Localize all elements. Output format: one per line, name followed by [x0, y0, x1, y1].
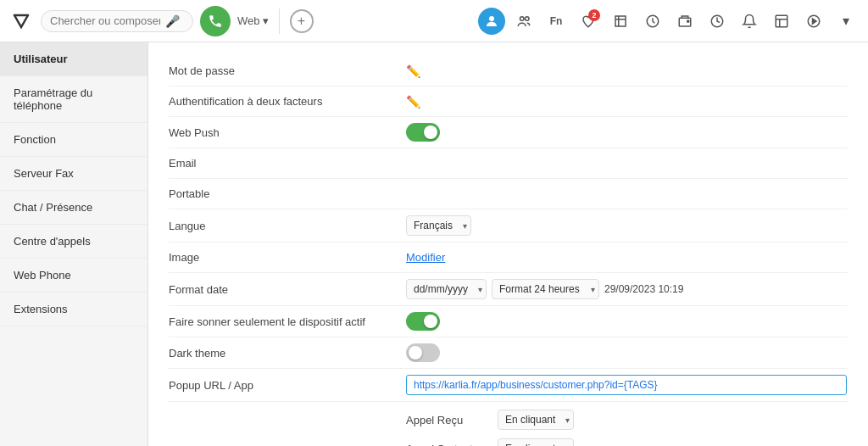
row-format-date: Format date dd/mm/yyyy ▾ Format 24 heure… [169, 273, 848, 306]
label-popup-url: Popup URL / App [169, 379, 406, 392]
topbar-icons: Fn 2 ▾ [478, 8, 860, 35]
fax-icon[interactable] [671, 8, 698, 35]
appel-recu-row: Appel Reçu En cliquant ▾ [406, 405, 848, 434]
bell-icon[interactable] [736, 8, 763, 35]
label-dark-theme: Dark theme [169, 347, 406, 360]
content-area: Mot de passe ✏️ Authentification à deux … [148, 42, 868, 446]
appel-recu-select-wrap: En cliquant ▾ [498, 410, 574, 430]
profile-icon[interactable] [478, 8, 505, 35]
notification-badge: 2 [588, 9, 600, 21]
call-button[interactable] [200, 6, 231, 36]
divider [279, 8, 280, 34]
svg-point-0 [489, 16, 494, 21]
appel-sortant-label: Appel Sortant [406, 443, 491, 447]
label-portable: Portable [169, 187, 406, 200]
book-icon[interactable] [607, 8, 634, 35]
date-format-select[interactable]: dd/mm/yyyy [406, 279, 487, 299]
layout-icon[interactable] [768, 8, 795, 35]
row-web-push: Web Push [169, 117, 848, 148]
appel-sortant-select-wrap: En cliquant ▾ [498, 438, 574, 446]
sidebar-item-parametrage[interactable]: Paramétrage du téléphone [0, 76, 147, 123]
team-icon[interactable] [510, 8, 537, 35]
edit-auth-icon[interactable]: ✏️ [406, 95, 420, 109]
web-label[interactable]: Web ▾ [237, 14, 269, 27]
label-auth-2fa: Authentification à deux facteurs [169, 95, 406, 108]
label-image: Image [169, 251, 406, 264]
sidebar-item-extensions[interactable]: Extensions [0, 293, 147, 326]
appel-recu-label: Appel Reçu [406, 414, 491, 426]
langue-select-wrap: Français ▾ [406, 215, 471, 236]
svg-point-5 [687, 20, 689, 21]
svg-point-2 [526, 16, 530, 20]
row-langue: Langue Français ▾ [169, 209, 848, 243]
label-web-push: Web Push [169, 126, 406, 139]
appel-sortant-select[interactable]: En cliquant [498, 438, 574, 446]
sidebar: Utilisateur Paramétrage du téléphone Fon… [0, 42, 148, 446]
mic-icon[interactable]: 🎤 [165, 14, 180, 28]
row-email: Email [169, 148, 848, 179]
main-layout: Utilisateur Paramétrage du téléphone Fon… [0, 42, 868, 446]
label-faire-sonner: Faire sonner seulement le dispositif act… [169, 315, 406, 328]
svg-rect-7 [776, 15, 787, 27]
row-portable: Portable [169, 179, 848, 209]
topbar: 🎤 Web ▾ + Fn 2 [0, 0, 868, 42]
sidebar-item-centre-appels[interactable]: Centre d'appels [0, 225, 147, 259]
label-mot-de-passe: Mot de passe [169, 64, 406, 77]
sidebar-item-fonction[interactable]: Fonction [0, 123, 147, 157]
modifier-link[interactable]: Modifier [406, 251, 445, 264]
label-email: Email [169, 157, 406, 170]
appel-options: Appel Reçu En cliquant ▾ Appel Sortant E… [169, 405, 848, 446]
sidebar-item-chat-presence[interactable]: Chat / Présence [0, 191, 147, 225]
svg-marker-9 [813, 19, 817, 24]
history-icon[interactable] [639, 8, 666, 35]
faire-sonner-toggle[interactable] [406, 312, 440, 331]
edit-password-icon[interactable]: ✏️ [406, 64, 420, 78]
sidebar-item-web-phone[interactable]: Web Phone [0, 259, 147, 293]
sidebar-item-serveur-fax[interactable]: Serveur Fax [0, 157, 147, 191]
dark-theme-toggle[interactable] [406, 343, 440, 362]
sidebar-item-utilisateur[interactable]: Utilisateur [0, 42, 147, 76]
fn-icon[interactable]: Fn [542, 8, 570, 35]
appel-recu-select[interactable]: En cliquant [498, 410, 574, 430]
play-icon[interactable] [800, 8, 827, 35]
row-popup-url: Popup URL / App [169, 369, 848, 402]
web-push-toggle[interactable] [406, 123, 440, 142]
row-mot-de-passe: Mot de passe ✏️ [169, 56, 848, 86]
label-langue: Langue [169, 220, 406, 232]
time-format-select-wrap: Format 24 heures ▾ [492, 279, 599, 299]
datetime-value: 29/09/2023 10:19 [604, 283, 683, 295]
row-faire-sonner: Faire sonner seulement le dispositif act… [169, 306, 848, 337]
clock-icon[interactable] [704, 8, 731, 35]
appel-sortant-row: Appel Sortant En cliquant ▾ [406, 434, 848, 446]
popup-url-input[interactable] [406, 375, 847, 395]
time-format-select[interactable]: Format 24 heures [492, 279, 599, 299]
more-icon[interactable]: ▾ [832, 8, 860, 35]
search-input[interactable] [50, 14, 160, 27]
row-image: Image Modifier [169, 243, 848, 273]
row-auth-2fa: Authentification à deux facteurs ✏️ [169, 86, 848, 117]
add-button[interactable]: + [290, 9, 314, 33]
logo-icon [8, 8, 34, 34]
langue-select[interactable]: Français [406, 215, 471, 236]
search-box: 🎤 [41, 10, 193, 32]
date-format-select-wrap: dd/mm/yyyy ▾ [406, 279, 487, 299]
label-format-date: Format date [169, 283, 406, 296]
row-dark-theme: Dark theme [169, 337, 848, 369]
heart-icon[interactable]: 2 [575, 8, 602, 35]
svg-point-1 [520, 16, 525, 20]
